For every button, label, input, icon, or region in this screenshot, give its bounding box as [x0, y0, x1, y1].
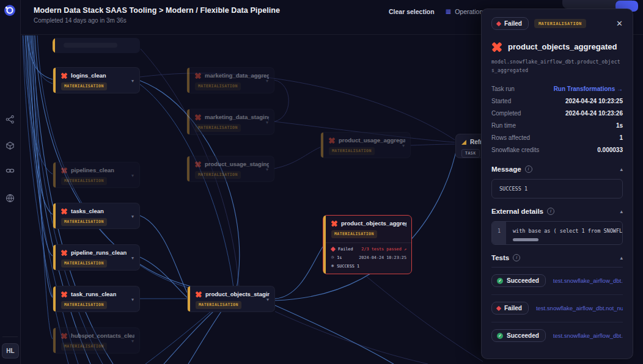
- orchestra-logo[interactable]: [4, 4, 16, 16]
- dbt-icon: [491, 42, 502, 52]
- collapse-icon[interactable]: ▴: [620, 255, 623, 261]
- materialisation-badge: MATERIALISATION: [195, 82, 241, 90]
- dbt-icon: [61, 333, 67, 339]
- tests-section-header: Tests i ▴: [491, 254, 623, 261]
- collapse-icon[interactable]: ▴: [620, 208, 623, 214]
- field-row: Started 2024-04-24 10:23:25: [491, 95, 623, 107]
- chevron-down-icon[interactable]: ▾: [266, 78, 268, 84]
- chevron-down-icon[interactable]: ▾: [266, 297, 269, 302]
- chevron-down-icon[interactable]: ▾: [266, 120, 268, 125]
- arrow-right-icon: →: [617, 86, 623, 92]
- graph-node-tasks-clean[interactable]: tasks_clean ▾ MATERIALISATION: [53, 203, 140, 229]
- chevron-down-icon[interactable]: ▾: [266, 167, 268, 172]
- test-link[interactable]: test.snowflake_airflow_dbt.unique_pro: [553, 277, 623, 284]
- graph-node-marketing-data-staging[interactable]: marketing_data_staging ▾ MATERIALISATION: [186, 109, 274, 135]
- node-message-row: ◉ SUCCESS 1: [331, 264, 406, 269]
- dbt-icon: [331, 220, 337, 227]
- graph-node-logins-clean[interactable]: logins_clean ▾ MATERIALISATION: [53, 67, 140, 93]
- model-path: model.snowflake_airflow_dbt.product_obje…: [491, 58, 623, 76]
- graph-node-product-usage-staging[interactable]: product_usage_staging ▾ MATERIALISATION: [186, 156, 274, 182]
- graph-node-pipeline-runs-clean[interactable]: pipeline_runs_clean ▾ MATERIALISATION: [53, 244, 140, 271]
- sidebar-divider: [2, 337, 18, 337]
- field-row: Run time 1s: [491, 120, 623, 132]
- materialisation-badge: MATERIALISATION: [61, 260, 107, 268]
- user-avatar[interactable]: HL: [2, 343, 19, 359]
- pipelines-nav-icon[interactable]: [6, 115, 15, 124]
- dbt-icon: [329, 137, 335, 144]
- check-circle-icon: ✓: [497, 278, 503, 284]
- info-icon[interactable]: i: [513, 254, 520, 261]
- circle-dot-icon: ◉: [331, 264, 334, 268]
- graph-node-pipelines-clean[interactable]: pipelines_clean ▾ MATERIALISATION: [53, 162, 140, 188]
- clear-selection-button[interactable]: Clear selection: [389, 8, 435, 15]
- operations-grid-icon: ▦: [446, 9, 451, 15]
- materialisation-badge: MATERIALISATION: [534, 19, 586, 28]
- succeeded-badge: ✓ Succeeded: [491, 329, 546, 342]
- task-type-badge: TASK: [461, 149, 480, 158]
- products-nav-icon[interactable]: [6, 141, 15, 150]
- graph-node-marketing-data-aggregated[interactable]: marketing_data_aggregated ▾ MATERIALISAT…: [186, 67, 274, 93]
- external-details-section-header: External details i ▴: [491, 208, 623, 215]
- dbt-icon: [61, 250, 67, 256]
- dbt-icon: [196, 291, 202, 297]
- test-link[interactable]: test.snowflake_airflow_dbt.not_null_pr: [536, 305, 623, 311]
- succeeded-badge: ✓ Succeeded: [491, 274, 546, 287]
- node-stripe: [53, 38, 55, 53]
- chevron-down-icon[interactable]: ▾: [131, 297, 134, 302]
- materialisation-badge: MATERIALISATION: [195, 171, 241, 179]
- run-details: Task run Run Transformations → Started 2…: [491, 83, 623, 156]
- graph-node-task-runs-clean[interactable]: task_runs_clean ▾ MATERIALISATION: [53, 286, 140, 312]
- dbt-icon: [61, 167, 67, 173]
- test-link[interactable]: test.snowflake_airflow_dbt.not_null_pr: [553, 332, 623, 339]
- sql-code-line: with base as ( select 1 from SNOWFLAKE: [513, 228, 622, 234]
- task-icon: [461, 140, 466, 145]
- materialisation-badge: MATERIALISATION: [195, 124, 241, 132]
- graph-node-partial[interactable]: [53, 38, 140, 53]
- node-detail-panel: Failed MATERIALISATION ✕ product_objects…: [481, 9, 633, 359]
- divider: [326, 242, 411, 243]
- run-transformations-link[interactable]: Run Transformations →: [554, 86, 623, 92]
- status-badge: Failed: [491, 17, 529, 30]
- materialisation-badge: MATERIALISATION: [61, 343, 107, 351]
- sidebar: HL: [0, 0, 21, 364]
- graph-node-product-objects-aggregated-selected[interactable]: product_objects_aggregated ▴ MATERIALISA…: [323, 215, 412, 274]
- collapse-icon[interactable]: ▴: [620, 166, 623, 172]
- chevron-down-icon[interactable]: ▾: [131, 214, 134, 219]
- horizontal-scrollbar[interactable]: [513, 238, 538, 241]
- field-row: Snowflake credits 0.000033: [491, 144, 623, 156]
- materialisation-badge: MATERIALISATION: [329, 147, 375, 155]
- dbt-icon: [195, 161, 201, 167]
- chevron-down-icon[interactable]: ▾: [131, 338, 134, 344]
- dbt-icon: [61, 73, 67, 79]
- info-icon[interactable]: i: [525, 166, 532, 173]
- message-section-header: Message i ▴: [491, 166, 623, 173]
- graph-node-product-objects-staging[interactable]: product_objects_staging ▾ MATERIALISATIO…: [187, 286, 275, 312]
- line-number: 1: [492, 222, 506, 244]
- node-time-row: ◷ 1s 2024-04-24 10:23:25: [331, 255, 406, 260]
- app-root: logins_clean ▾ MATERIALISATION marketing…: [0, 0, 643, 364]
- test-row: ✓ Succeeded test.snowflake_airflow_dbt.n…: [491, 322, 623, 349]
- chevron-down-icon[interactable]: ▾: [402, 143, 405, 148]
- integrations-nav-icon[interactable]: [6, 166, 15, 175]
- info-icon[interactable]: i: [547, 208, 554, 215]
- chevron-down-icon[interactable]: ▾: [131, 78, 134, 84]
- failed-badge: Failed: [491, 302, 529, 315]
- graph-node-hubspot-contacts-clean[interactable]: hubspot_contacts_clean ▾ MATERIALISATION: [53, 327, 140, 354]
- field-row: Task run Run Transformations →: [491, 83, 623, 95]
- chevron-up-icon[interactable]: ▴: [403, 222, 406, 227]
- chevron-down-icon[interactable]: ▾: [131, 173, 134, 178]
- tests-summary-link[interactable]: 2/3 tests passed ↗: [361, 247, 406, 252]
- panel-title: product_objects_aggregated: [508, 42, 617, 51]
- dbt-icon: [195, 73, 201, 79]
- dbt-icon: [61, 291, 67, 297]
- graph-node-product-usage-aggregated[interactable]: product_usage_aggregated ▾ MATERIALISATI…: [320, 132, 411, 158]
- check-circle-icon: ✓: [497, 333, 503, 339]
- failed-diamond-icon: [496, 21, 501, 26]
- chevron-down-icon[interactable]: ▾: [131, 255, 134, 261]
- test-row: ✓ Succeeded test.snowflake_airflow_dbt.u…: [491, 268, 623, 295]
- test-row: Failed test.snowflake_airflow_dbt.not_nu…: [491, 295, 623, 322]
- close-icon[interactable]: ✕: [616, 20, 623, 27]
- failed-diamond-icon: [496, 306, 501, 311]
- materialisation-badge: MATERIALISATION: [331, 230, 377, 238]
- environments-nav-icon[interactable]: [6, 194, 15, 203]
